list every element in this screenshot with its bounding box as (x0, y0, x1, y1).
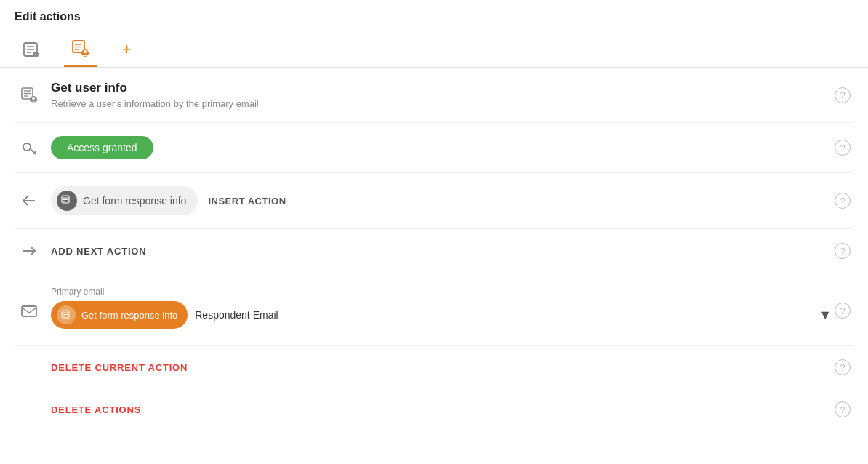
svg-point-17 (32, 97, 35, 100)
respondent-email-value: Respondent Email (195, 309, 278, 321)
add-next-label: ADD NEXT ACTION (51, 246, 146, 257)
svg-rect-29 (62, 311, 69, 318)
form-icon: ! (22, 41, 39, 58)
tab-add[interactable]: + (115, 33, 139, 66)
primary-email-row: Primary email Get form response info (15, 273, 853, 346)
insert-action-badge-label: Get form response info (83, 195, 186, 207)
insert-action-help[interactable]: ? (832, 193, 853, 209)
delete-current-row: DELETE CURRENT ACTION ? (15, 346, 853, 388)
tab-form[interactable]: ! (15, 33, 47, 65)
access-granted-help[interactable]: ? (832, 140, 853, 156)
get-user-info-title: Get user info (51, 81, 832, 95)
add-icon: + (122, 40, 132, 59)
get-form-response-badge[interactable]: Get form response info (51, 301, 188, 329)
form-response-badge-icon (57, 305, 76, 324)
delete-current-content: DELETE CURRENT ACTION (15, 361, 832, 374)
primary-email-label: Primary email (51, 287, 832, 297)
tabs-bar: ! + (0, 26, 868, 68)
back-arrow-icon (15, 192, 44, 209)
svg-point-18 (23, 143, 31, 151)
delete-all-row: DELETE ACTIONS ? (15, 388, 853, 431)
add-next-content: ADD NEXT ACTION (44, 244, 832, 257)
insert-action-content[interactable]: Get form response info INSERT ACTION (44, 186, 832, 215)
access-granted-row: Access granted ? (15, 123, 853, 173)
get-user-info-help[interactable]: ? (832, 87, 853, 103)
add-next-help[interactable]: ? (832, 243, 853, 259)
user-info-icon (15, 87, 44, 104)
get-user-info-subtitle: Retrieve a user's information by the pri… (51, 98, 832, 109)
page-title: Edit actions (0, 0, 868, 23)
tab-user[interactable] (64, 32, 97, 67)
svg-rect-28 (22, 306, 36, 316)
add-next-row: ADD NEXT ACTION ? (15, 229, 853, 273)
user-icon (71, 39, 90, 58)
get-user-info-content: Get user info Retrieve a user's informat… (44, 81, 832, 109)
delete-current-help[interactable]: ? (832, 359, 853, 375)
svg-point-11 (84, 50, 87, 53)
get-user-info-row: Get user info Retrieve a user's informat… (15, 68, 853, 123)
key-icon (15, 139, 44, 156)
insert-action-row: Get form response info INSERT ACTION ? (15, 173, 853, 229)
delete-all-help[interactable]: ? (832, 401, 853, 417)
primary-email-help[interactable]: ? (832, 287, 853, 319)
forward-arrow-icon (15, 242, 44, 260)
insert-action-text: INSERT ACTION (208, 196, 286, 207)
delete-current-link[interactable]: DELETE CURRENT ACTION (51, 349, 188, 386)
primary-email-content: Primary email Get form response info (44, 287, 832, 332)
get-form-response-label: Get form response info (81, 310, 177, 321)
insert-action-button[interactable]: Get form response info (51, 186, 198, 215)
primary-email-dropdown[interactable]: Get form response info Respondent Email … (51, 301, 832, 332)
delete-all-link[interactable]: DELETE ACTIONS (51, 391, 141, 428)
delete-all-content: DELETE ACTIONS (15, 403, 832, 416)
form-response-icon-small (57, 191, 77, 211)
access-granted-badge: Access granted (51, 136, 153, 159)
access-granted-content: Access granted (44, 136, 832, 159)
email-icon (15, 287, 44, 320)
dropdown-chevron-icon[interactable]: ▼ (819, 308, 832, 323)
